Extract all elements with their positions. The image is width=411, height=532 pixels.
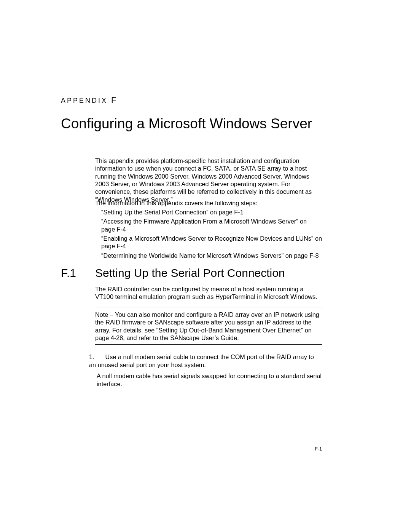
step-number: 1. — [89, 353, 96, 361]
toc-item: “Setting Up the Serial Port Connection” … — [101, 208, 324, 216]
appendix-label: APPENDIX F — [61, 95, 117, 105]
chapter-title: Configuring a Microsoft Windows Server — [61, 116, 312, 132]
note-paragraph: Note – You can also monitor and configur… — [95, 311, 322, 342]
toc-item: “Determining the Worldwide Name for Micr… — [101, 252, 324, 259]
note-rule-top — [95, 307, 322, 307]
section-title: Setting Up the Serial Port Connection — [95, 267, 285, 280]
step-subtext: A null modem cable has serial signals sw… — [97, 372, 322, 388]
step-text: Use a null modem serial cable to connect… — [89, 353, 314, 368]
toc-list: “Setting Up the Serial Port Connection” … — [101, 207, 324, 259]
section-number: F.1 — [61, 267, 76, 280]
toc-item: “Enabling a Microsoft Windows Server to … — [101, 235, 324, 250]
steps-lead: The information in this appendix covers … — [95, 200, 257, 207]
step-1: 1. Use a null modem serial cable to conn… — [89, 353, 322, 388]
section-paragraph: The RAID controller can be configured by… — [95, 285, 322, 301]
page: APPENDIX F Configuring a Microsoft Windo… — [0, 0, 411, 532]
toc-item: “Accessing the Firmware Application From… — [101, 217, 324, 233]
section-number-text: F.1 — [61, 267, 76, 279]
appendix-prefix: APPENDIX — [61, 97, 108, 104]
page-folio: F-1 — [315, 446, 322, 452]
intro-paragraph: This appendix provides platform-specific… — [95, 157, 322, 203]
appendix-letter: F — [111, 95, 117, 105]
note-rule-bottom — [95, 344, 322, 345]
